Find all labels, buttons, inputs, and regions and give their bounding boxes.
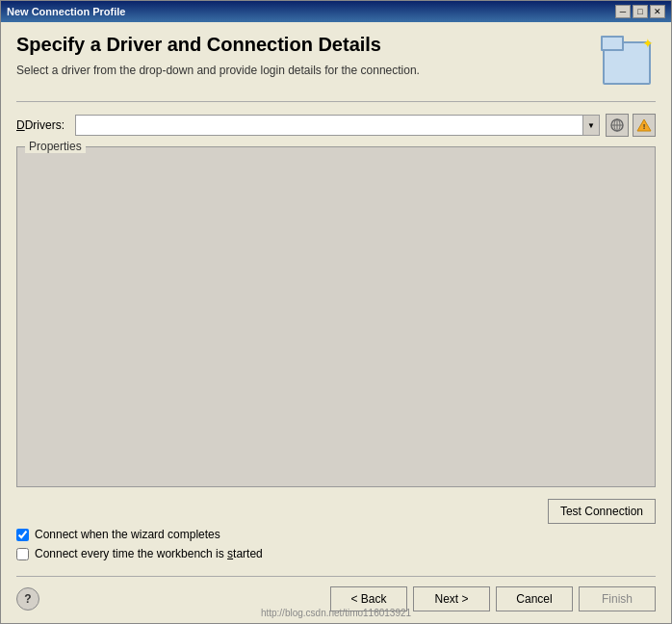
connect-workbench-row: Connect every time the workbench is star… [16,547,656,560]
header-text: Specify a Driver and Connection Details … [16,34,588,77]
globe-icon [609,117,625,133]
header-section: Specify a Driver and Connection Details … [16,34,656,91]
drivers-row: DDrivers: ▼ [16,114,656,137]
title-bar-controls: ─ □ ✕ [615,5,665,18]
content-area: Specify a Driver and Connection Details … [1,22,671,623]
connect-workbench-checkbox[interactable] [16,548,29,560]
test-connection-button[interactable]: Test Connection [548,499,656,524]
action-buttons: ? < Back Next > Cancel Finish [16,576,656,611]
page-subtitle: Select a driver from the drop-down and p… [16,64,588,77]
properties-group: Properties [16,146,656,487]
svg-text:!: ! [643,122,646,131]
connect-wizard-checkbox[interactable] [16,529,29,541]
warning-icon: ! [636,117,652,133]
page-title: Specify a Driver and Connection Details [16,34,588,56]
close-button[interactable]: ✕ [650,5,665,18]
connect-wizard-label: Connect when the wizard completes [35,528,220,541]
properties-legend: Properties [25,140,86,153]
connect-wizard-row: Connect when the wizard completes [16,528,656,541]
watermark: http://blog.csdn.net/timo116013921 [0,608,672,618]
header-icon: ✦ [598,34,656,91]
checkboxes-section: Connect when the wizard completes Connec… [16,528,656,566]
driver-icons: ! [606,114,656,137]
drivers-label: DDrivers: [16,118,69,132]
properties-content [17,147,655,486]
title-bar: New Connection Profile ─ □ ✕ [1,1,671,22]
test-connection-area: Test Connection [16,499,656,524]
driver-warning-button[interactable]: ! [633,114,656,137]
minimize-button[interactable]: ─ [615,5,631,18]
sparkle-icon: ✦ [642,36,654,51]
window-title: New Connection Profile [7,6,125,17]
header-separator [16,101,656,102]
driver-select-wrapper: ▼ [75,115,600,136]
add-driver-button[interactable] [606,114,629,137]
window: New Connection Profile ─ □ ✕ Specify a D… [0,0,672,624]
connect-workbench-label: Connect every time the workbench is star… [35,547,263,560]
maximize-button[interactable]: □ [633,5,648,18]
driver-select[interactable] [75,115,600,136]
